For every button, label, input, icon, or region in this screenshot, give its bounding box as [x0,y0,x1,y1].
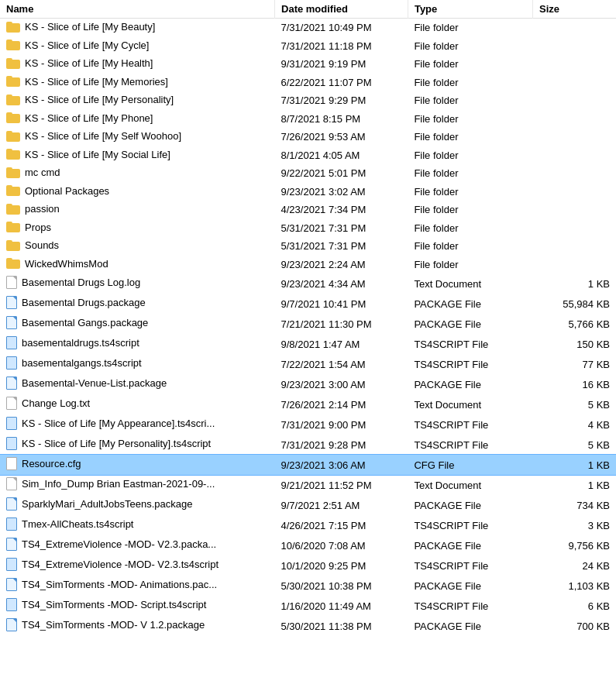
file-name-text: TS4_ExtremeViolence -MOD- V2.3.ts4script [22,559,219,570]
table-row[interactable]: passion4/23/2021 7:34 PMFile folder [0,201,616,219]
table-row[interactable]: Basemental Gangs.package7/21/2021 11:30 … [0,314,616,334]
file-date-cell: 9/22/2021 5:01 PM [275,164,408,183]
file-date-cell: 7/31/2021 10:49 PM [275,19,408,37]
file-size-cell: 5 KB [533,394,616,414]
file-type-cell: File folder [408,110,532,129]
folder-icon [6,58,20,69]
table-row[interactable]: KS - Slice of Life [My Cycle]7/31/2021 1… [0,37,616,56]
table-row[interactable]: KS - Slice of Life [My Personality]7/31/… [0,91,616,110]
table-row[interactable]: mc cmd9/22/2021 5:01 PMFile folder [0,164,616,183]
table-row[interactable]: KS - Slice of Life [My Social Life]8/1/2… [0,146,616,165]
file-name-cell: TS4_ExtremeViolence -MOD- V2.3.ts4script [0,555,275,576]
table-row[interactable]: WickedWhimsMod9/23/2021 2:24 AMFile fold… [0,256,616,274]
file-name-cell: basementalgangs.ts4script [0,354,275,374]
file-name-cell: KS - Slice of Life [My Personality] [0,91,275,110]
file-type-cell: PACKAGE File [408,314,532,334]
file-date-cell: 1/16/2020 11:49 AM [275,596,408,616]
column-header-type[interactable]: Type [408,0,532,19]
folder-icon [6,167,20,178]
file-name-text: TS4_SimTorments -MOD- Animations.pac... [22,579,217,590]
file-size-cell: 1 KB [533,273,616,294]
table-row[interactable]: TS4_SimTorments -MOD- Script.ts4script1/… [0,596,616,616]
file-name-text: KS - Slice of Life [My Appearance].ts4sc… [22,418,215,429]
file-size-cell: 150 KB [533,334,616,354]
file-type-cell: File folder [408,74,532,92]
table-row[interactable]: KS - Slice of Life [My Health]9/31/2021 … [0,55,616,74]
column-header-size[interactable]: Size [533,0,616,19]
file-size-cell: 3 KB [533,515,616,535]
file-name-cell: TS4_SimTorments -MOD- Script.ts4script [0,596,275,616]
folder-icon [6,185,20,196]
file-name-cell: TS4_ExtremeViolence -MOD- V2.3.packa... [0,535,275,555]
file-name-cell: mc cmd [0,164,275,183]
table-row[interactable]: Tmex-AllCheats.ts4script4/26/2021 7:15 P… [0,515,616,535]
file-type-cell: File folder [408,201,532,219]
file-name-cell: Basemental-Venue-List.package [0,374,275,394]
file-size-cell [533,110,616,129]
file-size-cell [533,164,616,183]
package-icon [6,618,17,631]
file-name-text: Optional Packages [25,185,109,197]
table-row[interactable]: KS - Slice of Life [My Appearance].ts4sc… [0,414,616,435]
table-row[interactable]: TS4_ExtremeViolence -MOD- V2.3.packa...1… [0,535,616,555]
file-size-cell [533,128,616,146]
ts4script-icon [6,417,17,430]
table-row[interactable]: KS - Slice of Life [My Personality].ts4s… [0,435,616,455]
column-header-name[interactable]: Name [0,0,275,19]
file-name-cell: TS4_SimTorments -MOD- Animations.pac... [0,576,275,596]
file-type-cell: TS4SCRIPT File [408,515,532,535]
file-date-cell: 9/21/2021 11:52 PM [275,475,408,495]
table-row[interactable]: KS - Slice of Life [My Phone]8/7/2021 8:… [0,110,616,129]
table-row[interactable]: Basemental-Venue-List.package9/23/2021 3… [0,374,616,394]
table-row[interactable]: KS - Slice of Life [My Beauty]7/31/2021 … [0,19,616,37]
table-row[interactable]: basementaldrugs.ts4script9/8/2021 1:47 A… [0,334,616,354]
file-date-cell: 9/7/2021 2:51 AM [275,495,408,515]
table-row[interactable]: Resource.cfg9/23/2021 3:06 AMCFG File1 K… [0,455,616,475]
folder-icon [6,149,20,160]
file-size-cell: 6 KB [533,596,616,616]
file-name-cell: KS - Slice of Life [My Cycle] [0,37,275,56]
folder-icon [6,222,20,232]
ts4script-icon [6,336,17,349]
file-date-cell: 7/31/2021 9:28 PM [275,435,408,455]
folder-icon [6,204,20,215]
file-size-cell [533,37,616,56]
file-name-cell: Sounds [0,237,275,256]
file-type-cell: TS4SCRIPT File [408,414,532,435]
table-row[interactable]: SparklyMari_AdultJobsTeens.package9/7/20… [0,495,616,515]
table-row[interactable]: TS4_SimTorments -MOD- Animations.pac...5… [0,576,616,596]
table-row[interactable]: Basemental Drugs Log.log9/23/2021 4:34 A… [0,273,616,294]
table-row[interactable]: TS4_ExtremeViolence -MOD- V2.3.ts4script… [0,555,616,576]
file-size-cell: 1 KB [533,455,616,475]
file-type-cell: TS4SCRIPT File [408,354,532,374]
file-type-cell: TS4SCRIPT File [408,435,532,455]
column-header-date[interactable]: Date modified [275,0,408,19]
file-size-cell [533,91,616,110]
table-row[interactable]: KS - Slice of Life [My Memories]6/22/202… [0,74,616,92]
file-size-cell [533,237,616,256]
table-row[interactable]: KS - Slice of Life [My Self Woohoo]7/26/… [0,128,616,146]
folder-icon [6,131,20,142]
file-name-text: basementaldrugs.ts4script [22,337,139,349]
table-row[interactable]: Props5/31/2021 7:31 PMFile folder [0,219,616,238]
file-date-cell: 7/31/2021 11:18 PM [275,37,408,56]
ts4script-icon [6,356,17,370]
table-row[interactable]: basementalgangs.ts4script7/22/2021 1:54 … [0,354,616,374]
table-row[interactable]: Optional Packages9/23/2021 3:02 AMFile f… [0,183,616,201]
table-row[interactable]: Sounds5/31/2021 7:31 PMFile folder [0,237,616,256]
file-name-cell: Change Log.txt [0,394,275,414]
file-type-cell: PACKAGE File [408,535,532,555]
table-row[interactable]: Change Log.txt7/26/2021 2:14 PMText Docu… [0,394,616,414]
table-row[interactable]: Sim_Info_Dump Brian Eastman-2021-09-...9… [0,475,616,495]
file-name-text: Change Log.txt [22,397,90,409]
file-name-text: KS - Slice of Life [My Personality].ts4s… [22,438,211,449]
file-name-text: KS - Slice of Life [My Personality] [25,94,174,105]
file-name-cell: passion [0,201,275,219]
package-icon [6,578,17,591]
table-row[interactable]: Basemental Drugs.package9/7/2021 10:41 P… [0,294,616,314]
file-date-cell: 7/31/2021 9:00 PM [275,414,408,435]
file-name-cell: Tmex-AllCheats.ts4script [0,515,275,535]
file-size-cell: 77 KB [533,354,616,374]
file-type-cell: File folder [408,219,532,238]
table-row[interactable]: TS4_SimTorments -MOD- V 1.2.package5/30/… [0,616,616,636]
